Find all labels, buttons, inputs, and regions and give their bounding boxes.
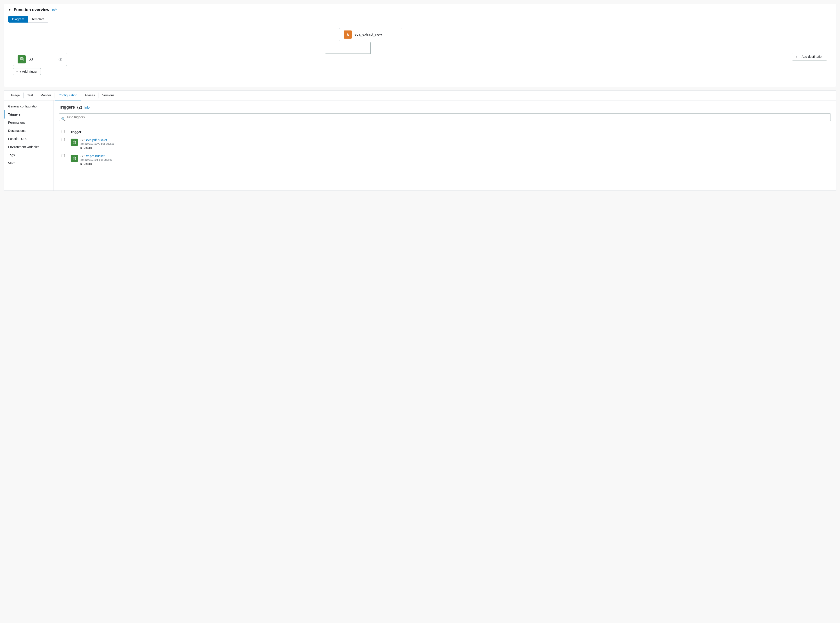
- main-tabs-section: Image Test Monitor Configuration Aliases…: [4, 91, 836, 100]
- sidebar-item-env-vars[interactable]: Environment variables: [4, 143, 53, 151]
- tab-monitor[interactable]: Monitor: [37, 91, 55, 100]
- collapse-icon[interactable]: ▼: [8, 8, 11, 12]
- table-header-trigger: Trigger: [68, 128, 831, 136]
- sidebar-item-tags[interactable]: Tags: [4, 151, 53, 159]
- function-overview-section: ▼ Function overview Info Diagram Templat…: [4, 4, 836, 87]
- row1-checkbox-cell: [59, 136, 68, 152]
- s3-count: (2): [58, 58, 62, 61]
- row2-details-toggle[interactable]: ▶ Details: [81, 162, 112, 166]
- row1-details-toggle[interactable]: ▶ Details: [81, 146, 114, 149]
- sidebar-item-destinations[interactable]: Destinations: [4, 127, 53, 135]
- section-header: ▼ Function overview Info: [8, 8, 832, 12]
- add-trigger-icon: +: [16, 70, 18, 74]
- view-tabs: Diagram Template: [8, 16, 832, 23]
- tab-test[interactable]: Test: [24, 91, 37, 100]
- connector-horizontal: [326, 54, 370, 54]
- row1-trigger-arn: arn:aws:s3:::eva-pdf-bucket: [81, 142, 114, 145]
- search-input[interactable]: [59, 113, 831, 121]
- lambda-icon: λ: [344, 31, 352, 38]
- row2-trigger-arn: arn:aws:s3:::xr-pdf-bucket: [81, 158, 112, 161]
- connector-vertical: [370, 43, 371, 54]
- row1-checkbox[interactable]: [61, 138, 65, 141]
- row1-trigger-content: S3: eva-pdf-bucket arn:aws:s3:::eva-pdf-…: [70, 138, 828, 149]
- tab-image[interactable]: Image: [8, 91, 23, 100]
- tab-diagram[interactable]: Diagram: [8, 16, 28, 23]
- s3-label: S3: [28, 57, 33, 61]
- config-layout: General configuration Triggers Permissio…: [4, 100, 836, 191]
- row2-checkbox-cell: [59, 152, 68, 168]
- sidebar-item-permissions[interactable]: Permissions: [4, 118, 53, 127]
- row2-trigger-content: S3: xr-pdf-bucket arn:aws:s3:::xr-pdf-bu…: [70, 154, 828, 166]
- overview-info-link[interactable]: Info: [52, 8, 57, 12]
- row1-details-arrow: ▶: [81, 146, 83, 149]
- tab-aliases[interactable]: Aliases: [81, 91, 99, 100]
- row2-trigger-info: S3: xr-pdf-bucket arn:aws:s3:::xr-pdf-bu…: [81, 154, 112, 166]
- table-row: S3: xr-pdf-bucket arn:aws:s3:::xr-pdf-bu…: [59, 152, 831, 168]
- triggers-table: Trigger: [59, 128, 831, 168]
- search-wrapper: 🔍: [59, 113, 831, 124]
- triggers-info-link[interactable]: Info: [84, 106, 90, 109]
- tab-versions[interactable]: Versions: [99, 91, 118, 100]
- row2-details-label: Details: [83, 162, 92, 166]
- table-row: S3: eva-pdf-bucket arn:aws:s3:::eva-pdf-…: [59, 136, 831, 152]
- table-header-checkbox: [59, 128, 68, 136]
- lambda-function-box[interactable]: λ eva_extract_new: [339, 28, 402, 41]
- diagram-area: λ eva_extract_new S3 (2) + + Add trigger: [8, 28, 832, 82]
- svg-point-4: [73, 157, 76, 158]
- row1-service-prefix: S3: eva-pdf-bucket: [81, 138, 114, 142]
- row2-s3-icon: [70, 155, 78, 162]
- sidebar-item-triggers[interactable]: Triggers: [4, 110, 53, 118]
- svg-point-0: [20, 58, 23, 59]
- add-dest-icon: +: [796, 55, 797, 58]
- config-content: Triggers (2) Info 🔍 Trigger: [54, 100, 836, 190]
- add-trigger-button[interactable]: + + Add trigger: [13, 68, 41, 75]
- svg-point-2: [73, 141, 76, 142]
- row2-trigger-link[interactable]: xr-pdf-bucket: [86, 154, 105, 158]
- triggers-count: (2): [77, 105, 82, 110]
- select-all-checkbox[interactable]: [61, 130, 65, 133]
- s3-trigger-box[interactable]: S3 (2): [13, 53, 67, 66]
- row1-trigger-link[interactable]: eva-pdf-bucket: [86, 138, 107, 142]
- triggers-title: Triggers: [59, 105, 75, 110]
- row1-details-label: Details: [83, 146, 92, 149]
- s3-icon: [18, 55, 26, 63]
- add-destination-button[interactable]: + + Add destination: [792, 53, 827, 60]
- section-title: Function overview: [14, 8, 49, 12]
- sidebar-item-vpc[interactable]: VPC: [4, 159, 53, 167]
- sidebar-item-function-url[interactable]: Function URL: [4, 135, 53, 143]
- lambda-function-name: eva_extract_new: [355, 32, 382, 37]
- add-dest-label: + Add destination: [799, 55, 823, 58]
- triggers-header: Triggers (2) Info: [59, 105, 831, 110]
- main-tabs: Image Test Monitor Configuration Aliases…: [4, 91, 836, 100]
- row2-details-arrow: ▶: [81, 162, 83, 166]
- tab-template[interactable]: Template: [28, 16, 48, 23]
- row2-content: S3: xr-pdf-bucket arn:aws:s3:::xr-pdf-bu…: [68, 152, 831, 168]
- add-trigger-label: + Add trigger: [19, 70, 37, 74]
- sidebar-item-general[interactable]: General configuration: [4, 102, 53, 110]
- row2-checkbox[interactable]: [61, 154, 65, 157]
- row1-trigger-info: S3: eva-pdf-bucket arn:aws:s3:::eva-pdf-…: [81, 138, 114, 149]
- row1-s3-icon: [70, 139, 78, 146]
- tab-configuration[interactable]: Configuration: [55, 91, 81, 100]
- row2-service-prefix: S3: xr-pdf-bucket: [81, 154, 112, 158]
- search-icon: 🔍: [61, 117, 66, 121]
- row1-content: S3: eva-pdf-bucket arn:aws:s3:::eva-pdf-…: [68, 136, 831, 152]
- config-sidebar: General configuration Triggers Permissio…: [4, 100, 54, 190]
